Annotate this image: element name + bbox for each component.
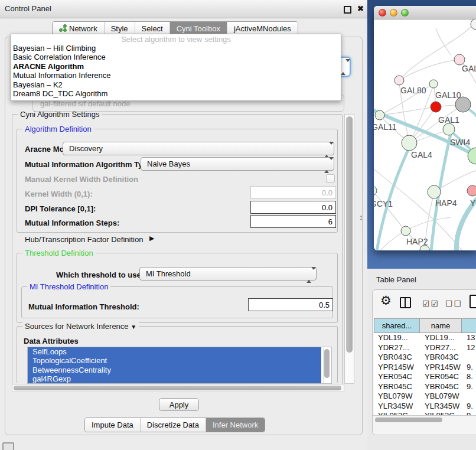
panel-resize-grip[interactable] — [360, 216, 363, 221]
table-cell: YDL19... — [420, 333, 462, 343]
scrollbar-thumb[interactable] — [346, 116, 353, 353]
algorithm-options-list: Bayesian – Hill ClimbingBasic Correlatio… — [11, 44, 341, 98]
mi-threshold-field[interactable] — [248, 298, 333, 311]
scrollbar-thumb[interactable] — [324, 349, 330, 378]
which-threshold-combo[interactable]: MI Threshold — [139, 267, 317, 281]
network-canvas[interactable]: GAL80GAL10GALGAL1GAL11GAL4SWI4HAP4YGCY1H… — [374, 19, 476, 250]
network-node[interactable] — [395, 76, 404, 85]
minimized-panel-icon[interactable] — [2, 442, 14, 450]
table-row[interactable]: YDR27...YDR27...12 — [374, 343, 476, 353]
column-header-clipped[interactable] — [462, 318, 476, 333]
table-cell: YDR27... — [420, 343, 462, 353]
network-node[interactable] — [402, 135, 417, 151]
table-cell: YBR045C — [374, 382, 420, 392]
combo-stepper-icon — [324, 160, 330, 171]
column-view-icon[interactable] — [400, 297, 411, 308]
attributes-scrollbar[interactable] — [323, 348, 331, 383]
control-panel-window: Control Panel ✖ Network Style Select Cyn… — [0, 0, 367, 450]
table-cell: 9. — [462, 382, 473, 392]
scrollbar-thumb[interactable] — [375, 418, 442, 422]
table-cell: YER054C — [374, 372, 420, 382]
tab-infer-network[interactable]: Infer Network — [206, 418, 265, 432]
algorithm-option[interactable]: Dream8 DC_TDC Algorithm — [11, 89, 341, 98]
table-body: YDL19...YDL19...13YDR27...YDR27...12YBR0… — [374, 333, 476, 415]
tab-label: Select — [142, 24, 163, 33]
table-row[interactable]: YBR043CYBR043C — [374, 353, 476, 363]
table-row[interactable]: YIL052CYIL052C9 — [374, 411, 476, 415]
table-cell: 8. — [462, 372, 473, 382]
minimize-traffic-light-icon[interactable] — [390, 9, 397, 17]
node-label: GAL11 — [374, 122, 397, 132]
table-cell: 9 — [462, 411, 471, 415]
column-header-shared-name[interactable]: shared... — [374, 318, 420, 333]
network-node[interactable] — [468, 148, 476, 164]
table-cell: YIL052C — [420, 411, 462, 415]
scrollbar-thumb[interactable] — [14, 386, 341, 390]
algorithm-option[interactable]: Bayesian – K2 — [11, 80, 341, 89]
sources-group-title[interactable]: Sources for Network Inference ▼ — [22, 322, 139, 331]
zoom-traffic-light-icon[interactable] — [401, 9, 409, 17]
attribute-item-selected[interactable]: gal4RGexp — [28, 374, 321, 383]
settings-vertical-scrollbar[interactable] — [344, 114, 354, 384]
table-cell: YDR27... — [374, 343, 420, 353]
table-cell: YDL19... — [374, 333, 420, 343]
float-window-icon[interactable] — [344, 6, 351, 14]
hub-definition-toggle[interactable]: Hub/Transcription Factor Definition — [25, 235, 143, 244]
network-window-titlebar[interactable] — [374, 6, 476, 19]
algorithm-option[interactable]: ARACNE Algorithm — [11, 62, 341, 71]
algorithm-option[interactable]: Basic Correlation Inference — [11, 53, 341, 61]
aracne-mode-combo[interactable]: Discovery — [63, 142, 334, 155]
network-node[interactable] — [428, 185, 441, 198]
kernel-width-field[interactable] — [250, 186, 336, 199]
node-label: GCY1 — [374, 199, 393, 208]
network-node[interactable] — [429, 80, 438, 88]
tab-label: Infer Network — [213, 420, 258, 429]
algorithm-option[interactable]: Mutual Information Inference — [11, 71, 341, 80]
node-label: HAP4 — [435, 198, 457, 208]
table-panel: Table Panel ⚙ ☑☑ ☐☐ shared... name YDL19… — [367, 269, 476, 450]
table-row[interactable]: YBR045CYBR045C9. — [374, 382, 476, 392]
algorithm-option[interactable]: Bayesian – Hill Climbing — [11, 44, 341, 53]
attribute-item-selected[interactable]: SelfLoops — [28, 347, 321, 356]
attribute-item-selected[interactable]: TopologicalCoefficient — [28, 356, 321, 365]
mi-steps-field[interactable] — [250, 215, 336, 228]
table-row[interactable]: YER054CYER054C8. — [374, 372, 476, 382]
tab-impute-data[interactable]: Impute Data — [85, 418, 140, 432]
table-row[interactable]: YDL19...YDL19...13 — [374, 333, 476, 343]
network-nodes[interactable] — [374, 19, 476, 250]
close-icon[interactable]: ✖ — [357, 0, 364, 18]
network-view-window[interactable]: GAL80GAL10GALGAL1GAL11GAL4SWI4HAP4YGCY1H… — [374, 6, 476, 250]
network-node[interactable] — [467, 185, 476, 196]
network-node[interactable] — [471, 19, 476, 30]
network-node[interactable] — [401, 226, 410, 236]
combo-stepper-icon — [307, 270, 312, 281]
tab-discretize-data[interactable]: Discretize Data — [140, 418, 206, 432]
tab-label: Style — [111, 24, 128, 33]
expand-arrow-icon[interactable]: ▶ — [149, 234, 154, 242]
table-horizontal-scrollbar[interactable] — [373, 415, 476, 424]
table-row[interactable]: YBL079WYBL079W — [374, 392, 476, 402]
checked-columns-icon[interactable]: ☑☑ — [422, 299, 439, 308]
network-node[interactable] — [431, 102, 441, 112]
apply-button[interactable]: Apply — [159, 398, 199, 411]
settings-horizontal-scrollbar[interactable] — [12, 384, 344, 392]
unchecked-columns-icon[interactable]: ☐☐ — [445, 299, 462, 308]
table-cell: YBL079W — [420, 392, 462, 402]
table-row[interactable]: YPR145WYPR145W9. — [374, 363, 476, 373]
table-cell: 9. — [462, 363, 473, 373]
node-label: SWI4 — [450, 138, 470, 147]
table-row[interactable]: YLR345WYLR345W9. — [374, 402, 476, 412]
close-traffic-light-icon[interactable] — [379, 9, 386, 17]
gear-icon[interactable]: ⚙ — [380, 294, 392, 308]
mi-type-combo[interactable]: Naive Bayes — [141, 157, 334, 171]
attribute-item-selected[interactable]: BetweennessCentrality — [28, 366, 321, 374]
network-node-labels: GAL80GAL10GALGAL1GAL11GAL4SWI4HAP4YGCY1H… — [374, 64, 476, 246]
which-threshold-label: Which threshold to use: — [56, 270, 144, 279]
column-header-name[interactable]: name — [420, 318, 462, 333]
manual-kernel-checkbox[interactable] — [326, 174, 335, 183]
network-node[interactable] — [443, 123, 455, 135]
network-node[interactable] — [374, 186, 377, 195]
network-node[interactable] — [375, 110, 384, 120]
dpi-tolerance-field[interactable] — [250, 201, 336, 214]
page-icon[interactable] — [470, 295, 476, 308]
